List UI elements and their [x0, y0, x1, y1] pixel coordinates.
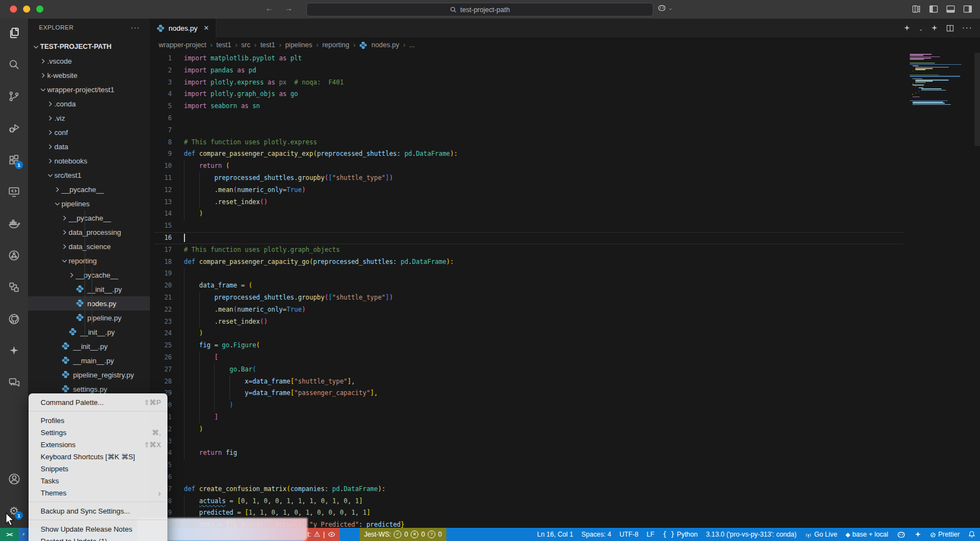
- breadcrumb-item[interactable]: ...: [409, 41, 415, 49]
- command-center-search[interactable]: test-project-path: [306, 3, 653, 16]
- activity-explorer-icon[interactable]: [7, 26, 21, 40]
- editor-scrollbar[interactable]: [975, 53, 980, 146]
- menu-item-profiles[interactable]: Profiles: [29, 414, 167, 426]
- menu-item-settings[interactable]: Settings⌘,: [29, 426, 167, 438]
- breadcrumb-item[interactable]: pipelines: [285, 41, 312, 49]
- tree-item-__init__.py[interactable]: __init__.py: [28, 339, 150, 353]
- menu-item-tasks[interactable]: Tasks: [29, 475, 167, 487]
- tree-item-__pycache__[interactable]: __pycache__: [28, 182, 150, 196]
- tree-item-__init__.py[interactable]: __init__.py: [28, 282, 150, 296]
- tree-item-pipeline_registry.py[interactable]: pipeline_registry.py: [28, 368, 150, 382]
- tree-item-__main__.py[interactable]: __main__.py: [28, 353, 150, 368]
- activity-project-graph-icon[interactable]: [7, 280, 21, 294]
- problems-status-item[interactable]: t:⚠|: [303, 528, 340, 541]
- status-copilot[interactable]: [897, 530, 906, 539]
- status-line-col[interactable]: Ln 16, Col 1: [537, 531, 573, 538]
- code-editor[interactable]: 1import matplotlib.pyplot as plt2import …: [150, 53, 980, 528]
- activity-extensions-icon[interactable]: 1: [7, 153, 21, 167]
- activity-run-debug-icon[interactable]: [7, 121, 21, 135]
- tree-item-.conda[interactable]: .conda: [28, 97, 150, 111]
- menu-item-keyboard-shortcuts-k-s-[interactable]: Keyboard Shortcuts [⌘K ⌘S]: [29, 450, 167, 463]
- activity-remote-explorer-icon[interactable]: [7, 185, 21, 199]
- tree-item-data_processing[interactable]: data_processing: [28, 225, 150, 239]
- tree-item-__pycache__[interactable]: __pycache__: [28, 211, 150, 225]
- tree-item-pipeline.py[interactable]: pipeline.py: [28, 311, 150, 325]
- run-python-file-icon[interactable]: [903, 24, 911, 32]
- badge: 1: [15, 161, 23, 169]
- more-actions-icon[interactable]: ···: [962, 23, 972, 33]
- activity-chat-icon[interactable]: [7, 376, 21, 390]
- status-encoding[interactable]: UTF-8: [619, 531, 639, 538]
- tree-item-.viz[interactable]: .viz: [28, 111, 150, 125]
- menu-item-extensions[interactable]: Extensions⇧⌘X: [29, 438, 167, 450]
- forward-icon[interactable]: →: [284, 3, 293, 13]
- code-line: 18def compare_passenger_capacity_go(prep…: [150, 256, 980, 268]
- tree-item-pipelines[interactable]: pipelines: [28, 196, 150, 211]
- jest-status-item[interactable]: Jest-WS:✓0✕0?0: [360, 528, 446, 541]
- menu-item-themes[interactable]: Themes›: [29, 487, 167, 499]
- activity-docker-icon[interactable]: [7, 217, 21, 230]
- activity-source-control-icon[interactable]: [7, 89, 21, 103]
- zoom-window-button[interactable]: [36, 5, 43, 13]
- activity-account-icon[interactable]: [7, 472, 21, 486]
- tab-nodes-py[interactable]: nodes.py ✕: [150, 19, 216, 37]
- remote-indicator[interactable]: ><: [0, 528, 19, 541]
- tree-item-k-website[interactable]: k-website: [28, 68, 150, 82]
- status-prettier[interactable]: ⊘Prettier: [930, 531, 960, 538]
- menu-item-restart-to-update-1-[interactable]: Restart to Update (1): [29, 535, 167, 541]
- status-eol[interactable]: LF: [647, 531, 654, 538]
- close-window-button[interactable]: [10, 5, 17, 13]
- tree-item-wrapper-project/test1[interactable]: wrapper-project/test1: [28, 82, 150, 97]
- tree-item-reporting[interactable]: reporting: [28, 253, 150, 268]
- status-indentation[interactable]: Spaces: 4: [581, 531, 611, 538]
- menu-item-show-update-release-notes[interactable]: Show Update Release Notes: [29, 523, 167, 535]
- breadcrumb-item[interactable]: test1: [216, 41, 231, 49]
- activity-copilot-sparkle-icon[interactable]: [7, 344, 21, 358]
- status-go-live[interactable]: Go Live: [805, 531, 837, 538]
- close-tab-icon[interactable]: ✕: [204, 24, 209, 32]
- status-notifications[interactable]: [968, 531, 976, 538]
- customize-layout-icon[interactable]: [912, 4, 921, 14]
- tree-item-label: __init__.py: [87, 285, 122, 294]
- tree-item-conf[interactable]: conf: [28, 125, 150, 139]
- menu-item-snippets[interactable]: Snippets: [29, 463, 167, 475]
- toggle-panel-bottom-icon[interactable]: [946, 4, 955, 14]
- tree-item-nodes.py[interactable]: nodes.py: [28, 296, 150, 311]
- toggle-panel-left-icon[interactable]: [929, 4, 938, 14]
- status-extension-item[interactable]: ⚡: [19, 528, 29, 541]
- breadcrumb-item[interactable]: reporting: [322, 41, 349, 49]
- tree-item-TEST-PROJECT-PATH[interactable]: TEST-PROJECT-PATH: [28, 40, 150, 54]
- breadcrumb-item[interactable]: src: [241, 41, 250, 49]
- tree-item-__init__.py[interactable]: __init__.py: [28, 325, 150, 339]
- tree-item-label: pipelines: [61, 200, 89, 208]
- tree-item-.vscode[interactable]: .vscode: [28, 54, 150, 68]
- activity-kedro-icon[interactable]: [7, 249, 21, 262]
- breadcrumb-item[interactable]: wrapper-project: [159, 41, 206, 49]
- tree-item-data_science[interactable]: data_science: [28, 239, 150, 253]
- slash-circle-icon: ⊘: [930, 531, 936, 538]
- chevron-right-icon: [46, 128, 54, 137]
- sparkle-icon[interactable]: [931, 24, 938, 32]
- activity-search-icon[interactable]: [7, 58, 21, 71]
- menu-item-command-palette-[interactable]: Command Palette...⇧⌘P: [29, 396, 167, 408]
- copilot-menu[interactable]: ⌄: [657, 3, 673, 13]
- status-language[interactable]: { }Python: [663, 531, 698, 538]
- back-icon[interactable]: ←: [265, 3, 273, 13]
- status-sparkle[interactable]: [914, 531, 922, 538]
- split-editor-icon[interactable]: [946, 24, 954, 32]
- tree-item-src/test1[interactable]: src/test1: [28, 168, 150, 182]
- activity-github-icon[interactable]: [7, 312, 21, 326]
- status-conda-env[interactable]: ◆base + local: [845, 531, 888, 538]
- breadcrumb-item[interactable]: test1: [260, 41, 275, 49]
- tree-item-data[interactable]: data: [28, 139, 150, 154]
- explorer-more-actions-icon[interactable]: ···: [131, 23, 140, 32]
- minimize-window-button[interactable]: [23, 5, 30, 13]
- breadcrumb-item[interactable]: nodes.py: [371, 41, 399, 49]
- status-interpreter[interactable]: 3.13.0 ('pro-vs-py-313': conda): [706, 531, 797, 538]
- menu-item-backup-and-sync-settings-[interactable]: Backup and Sync Settings...: [29, 505, 167, 517]
- toggle-panel-right-icon[interactable]: [963, 4, 972, 14]
- dropdown-icon[interactable]: ⌄: [919, 23, 923, 33]
- diamond-icon: ◆: [845, 531, 850, 538]
- tree-item-notebooks[interactable]: notebooks: [28, 154, 150, 168]
- tree-item-__pycache__[interactable]: __pycache__: [28, 268, 150, 282]
